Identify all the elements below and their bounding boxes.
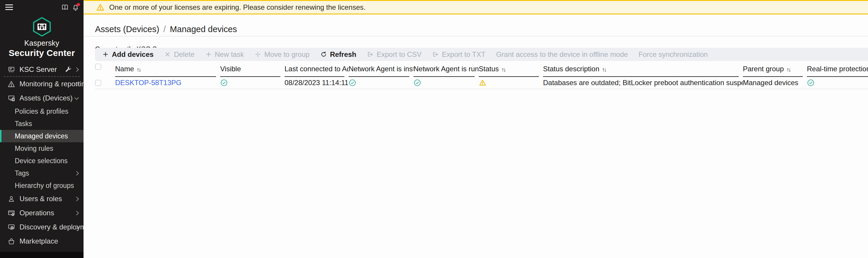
sidebar-item-managed-devices[interactable]: Managed devices — [0, 130, 84, 142]
refresh-icon — [320, 51, 327, 58]
check-circle-icon — [413, 79, 421, 86]
discovery-icon — [7, 223, 16, 231]
breadcrumb-separator: / — [163, 25, 166, 34]
column-header-agent-running[interactable]: Network Agent is running — [413, 64, 479, 77]
realtime-protection-cell — [807, 77, 868, 89]
sidebar-item-label: Device selections — [15, 157, 68, 165]
check-circle-icon — [220, 79, 228, 86]
select-all-cell — [95, 64, 115, 77]
check-circle-icon — [348, 79, 356, 86]
visible-cell — [220, 77, 284, 89]
status-description-cell: Databases are outdated; BitLocker preboo… — [543, 77, 743, 89]
users-icon — [7, 195, 16, 203]
devices-table: Name↑↓ Visible Last connected to Admini.… — [95, 64, 868, 89]
plus-icon — [205, 51, 212, 58]
devices-icon — [7, 94, 16, 102]
sidebar-item-tags[interactable]: Tags — [0, 167, 84, 179]
add-devices-button[interactable]: Add devices — [102, 50, 153, 59]
chevron-right-icon — [74, 171, 79, 176]
sidebar-item-monitoring-reporting[interactable]: Monitoring & reporting — [0, 77, 84, 91]
menu-icon[interactable] — [5, 4, 13, 10]
column-header-visible[interactable]: Visible — [220, 64, 284, 77]
kaspersky-security-center-app: Kaspersky Security Center KSC Server Mon… — [0, 0, 868, 258]
sidebar-item-label: Operations — [20, 209, 54, 217]
toolbar: Add devices Delete New task Move to grou… — [95, 48, 868, 61]
table-header-row: Name↑↓ Visible Last connected to Admini.… — [95, 64, 868, 77]
sort-icon: ↑↓ — [602, 67, 606, 73]
sidebar-item-ksc-server[interactable]: KSC Server — [0, 63, 84, 76]
agent-installed-cell — [348, 77, 413, 89]
monitoring-icon — [7, 80, 16, 88]
sidebar: Kaspersky Security Center KSC Server Mon… — [0, 0, 84, 258]
sidebar-item-hierarchy-of-groups[interactable]: Hierarchy of groups — [0, 179, 84, 192]
export-to-txt-button[interactable]: Export to TXT — [432, 50, 486, 59]
grant-offline-access-button[interactable]: Grant access to the device in offline mo… — [496, 50, 628, 59]
chevron-right-icon — [74, 67, 79, 72]
warning-triangle-icon — [479, 79, 486, 86]
notification-badge — [77, 3, 80, 6]
x-icon — [164, 51, 171, 58]
sidebar-nav: KSC Server Monitoring & reporting Assets… — [0, 63, 84, 248]
sidebar-item-label: Assets (Devices) — [20, 94, 72, 102]
license-warning-banner: One or more of your licenses are expirin… — [84, 0, 868, 14]
sidebar-item-operations[interactable]: Operations — [0, 206, 84, 220]
sidebar-item-label: KSC Server — [20, 65, 57, 74]
column-header-status[interactable]: Status↑↓ — [479, 64, 543, 77]
sidebar-item-discovery-deployment[interactable]: Discovery & deployment — [0, 220, 84, 234]
check-circle-icon — [807, 79, 814, 86]
move-icon — [254, 51, 261, 58]
breadcrumb: Assets (Devices) / Managed devices — [84, 14, 868, 36]
sidebar-item-label: Moving rules — [15, 145, 53, 153]
delete-button[interactable]: Delete — [164, 50, 194, 59]
brand-name: Kaspersky — [0, 39, 84, 47]
guide-icon[interactable] — [61, 4, 69, 11]
last-connected-cell: 08/28/2023 11:14:11 am — [284, 77, 348, 89]
server-icon — [7, 66, 16, 74]
sidebar-topbar — [0, 0, 84, 14]
export-icon — [367, 51, 374, 58]
chevron-down-icon — [74, 95, 79, 100]
export-to-csv-button[interactable]: Export to CSV — [367, 50, 422, 59]
parent-group-cell: Managed devices — [743, 77, 807, 89]
sidebar-item-tasks[interactable]: Tasks — [0, 117, 84, 130]
sidebar-item-label: Tags — [15, 169, 29, 177]
column-header-agent-installed[interactable]: Network Agent is installed — [348, 64, 413, 77]
column-header-status-description[interactable]: Status description↑↓ — [543, 64, 743, 77]
name-cell: DESKTOP-58T13PG — [115, 77, 220, 89]
sidebar-footer-strip — [0, 252, 84, 258]
plus-icon — [102, 51, 109, 58]
column-header-last-connected[interactable]: Last connected to Admini...>>↑ — [284, 64, 348, 77]
column-header-parent-group[interactable]: Parent group↑↓ — [743, 64, 807, 77]
sort-icon: ↑↓ — [786, 67, 790, 73]
sidebar-item-label: Managed devices — [15, 132, 68, 140]
marketplace-icon — [7, 237, 16, 245]
new-task-button[interactable]: New task — [205, 50, 244, 59]
warning-triangle-icon — [96, 3, 105, 12]
select-all-checkbox[interactable] — [95, 64, 101, 70]
move-to-group-button[interactable]: Move to group — [254, 50, 309, 59]
chevron-right-icon — [74, 196, 79, 201]
column-header-name[interactable]: Name↑↓ — [115, 64, 220, 77]
table-row: DESKTOP-58T13PG 08/28/2023 11:14:11 am — [95, 77, 868, 89]
main-content: One or more of your licenses are expirin… — [84, 0, 868, 258]
banner-text: One or more of your licenses are expirin… — [109, 3, 365, 11]
operations-icon — [7, 209, 16, 217]
sidebar-item-moving-rules[interactable]: Moving rules — [0, 142, 84, 155]
chevron-right-icon — [74, 211, 79, 215]
notifications-icon[interactable] — [72, 4, 80, 11]
sidebar-item-assets-devices[interactable]: Assets (Devices) — [0, 91, 84, 105]
sidebar-item-marketplace[interactable]: Marketplace — [0, 234, 84, 248]
product-name: Security Center — [0, 48, 84, 58]
device-name-link[interactable]: DESKTOP-58T13PG — [115, 79, 182, 87]
page-title: Managed devices — [170, 25, 237, 34]
breadcrumb-parent[interactable]: Assets (Devices) — [95, 25, 159, 34]
force-synchronization-button[interactable]: Force synchronization — [639, 50, 708, 59]
wrench-icon[interactable] — [65, 66, 72, 73]
row-checkbox[interactable] — [95, 80, 101, 86]
refresh-button[interactable]: Refresh — [320, 50, 356, 59]
sidebar-item-device-selections[interactable]: Device selections — [0, 155, 84, 167]
sidebar-item-policies-profiles[interactable]: Policies & profiles — [0, 105, 84, 117]
sidebar-item-label: Marketplace — [20, 237, 58, 245]
sidebar-item-users-roles[interactable]: Users & roles — [0, 192, 84, 206]
column-header-realtime-protection[interactable]: Real-time protection — [807, 64, 868, 77]
